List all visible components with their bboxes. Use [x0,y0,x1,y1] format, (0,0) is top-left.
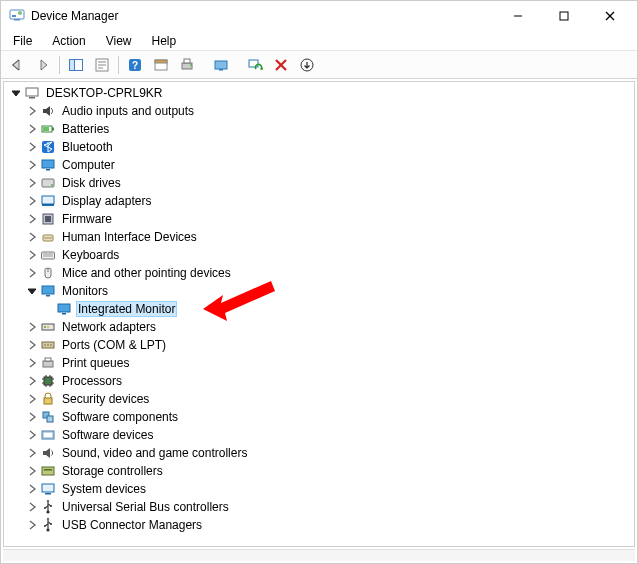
tree-category[interactable]: USB Connector Managers [4,516,634,534]
software-device-icon [40,427,56,443]
collapse-icon[interactable] [24,283,40,299]
tree-category-label: Mice and other pointing devices [60,265,233,281]
menu-action[interactable]: Action [44,32,93,50]
expand-icon[interactable] [24,445,40,461]
toolbar-scan-button[interactable] [243,53,267,77]
tree-category[interactable]: Security devices [4,390,634,408]
svg-text:?: ? [132,60,138,71]
expand-icon[interactable] [24,319,40,335]
tree-category[interactable]: Software devices [4,426,634,444]
toolbar-update-driver-button[interactable] [209,53,233,77]
display-adapter-icon [40,193,56,209]
toolbar-add-legacy-button[interactable] [295,53,319,77]
svg-rect-38 [42,204,54,206]
tree-root[interactable]: DESKTOP-CPRL9KR [4,84,634,102]
expand-icon[interactable] [24,481,40,497]
expand-icon[interactable] [24,409,40,425]
expand-icon[interactable] [24,337,40,353]
expand-icon[interactable] [24,355,40,371]
tree-item[interactable]: Integrated Monitor [4,300,634,318]
menu-help[interactable]: Help [144,32,185,50]
tree-category-label: Processors [60,373,124,389]
expand-icon[interactable] [24,373,40,389]
svg-rect-59 [45,358,51,361]
svg-rect-60 [44,377,52,385]
expand-icon[interactable] [24,103,40,119]
svg-rect-17 [155,60,167,63]
expand-icon[interactable] [24,247,40,263]
svg-rect-0 [10,10,24,19]
tree-category[interactable]: Disk drives [4,174,634,192]
toolbar-help-button[interactable]: ? [123,53,147,77]
tree-category[interactable]: Batteries [4,120,634,138]
svg-rect-33 [42,160,54,168]
toolbar-uninstall-button[interactable] [269,53,293,77]
tree-category[interactable]: Sound, video and game controllers [4,444,634,462]
expand-icon[interactable] [24,121,40,137]
menu-view[interactable]: View [98,32,140,50]
toolbar-console-tree-button[interactable] [64,53,88,77]
tree-category[interactable]: Universal Serial Bus controllers [4,498,634,516]
tree-category[interactable]: Keyboards [4,246,634,264]
sound-icon [40,445,56,461]
tree-category[interactable]: Audio inputs and outputs [4,102,634,120]
svg-rect-30 [52,128,54,131]
toolbar-properties-button[interactable] [90,53,114,77]
expand-icon[interactable] [24,463,40,479]
expand-icon[interactable] [24,499,40,515]
expand-icon[interactable] [24,517,40,533]
collapse-icon[interactable] [8,85,24,101]
tree-category[interactable]: Ports (COM & LPT) [4,336,634,354]
tree-category[interactable]: Display adapters [4,192,634,210]
expand-icon[interactable] [24,175,40,191]
expand-icon[interactable] [24,157,40,173]
tree-category[interactable]: Firmware [4,210,634,228]
firmware-icon [40,211,56,227]
expand-icon[interactable] [24,391,40,407]
svg-rect-37 [42,196,54,204]
tree-category[interactable]: System devices [4,480,634,498]
tree-category[interactable]: Software components [4,408,634,426]
maximize-button[interactable] [541,1,587,31]
svg-rect-83 [44,525,46,527]
close-button[interactable] [587,1,633,31]
tree-category[interactable]: Computer [4,156,634,174]
expand-icon[interactable] [24,265,40,281]
expand-icon[interactable] [24,193,40,209]
expand-icon[interactable] [24,229,40,245]
svg-rect-28 [29,97,35,99]
svg-rect-58 [43,361,53,367]
tree-category[interactable]: Network adapters [4,318,634,336]
tree-category[interactable]: Print queues [4,354,634,372]
svg-point-78 [46,510,49,513]
tree-category[interactable]: Human Interface Devices [4,228,634,246]
toolbar-forward-button[interactable] [31,53,55,77]
svg-rect-50 [62,313,66,315]
tree-category-label: System devices [60,481,148,497]
device-tree[interactable]: DESKTOP-CPRL9KRAudio inputs and outputsB… [3,81,635,547]
usb-controller-icon [40,499,56,515]
menu-file[interactable]: File [5,32,40,50]
tree-category-label: Software devices [60,427,155,443]
tree-category[interactable]: Bluetooth [4,138,634,156]
svg-point-79 [50,505,52,507]
toolbar-separator [118,56,119,74]
tree-category[interactable]: Processors [4,372,634,390]
svg-rect-77 [45,493,51,495]
toolbar-action-center-button[interactable] [149,53,173,77]
tree-category[interactable]: Storage controllers [4,462,634,480]
toolbar-back-button[interactable] [5,53,29,77]
menubar: File Action View Help [1,31,637,51]
storage-icon [40,463,56,479]
minimize-button[interactable] [495,1,541,31]
expand-icon[interactable] [24,139,40,155]
toolbar-print-button[interactable] [175,53,199,77]
expand-icon[interactable] [24,211,40,227]
svg-rect-27 [26,88,38,96]
svg-rect-53 [47,326,49,328]
expand-icon[interactable] [24,427,40,443]
tree-category[interactable]: Mice and other pointing devices [4,264,634,282]
svg-rect-22 [219,69,223,71]
tree-category[interactable]: Monitors [4,282,634,300]
tree-category-label: Storage controllers [60,463,165,479]
